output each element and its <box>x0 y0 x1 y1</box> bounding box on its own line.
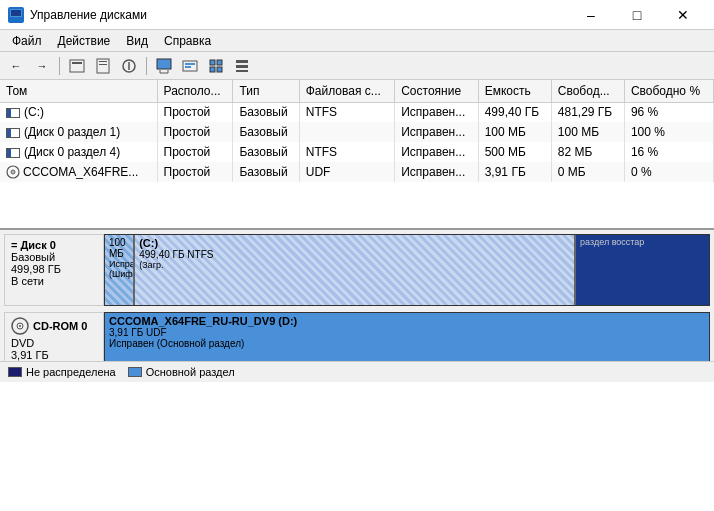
close-button[interactable]: ✕ <box>660 0 706 30</box>
disk0-status: В сети <box>11 275 97 287</box>
table-cell: Простой <box>157 162 233 182</box>
legend-box-primary <box>128 367 142 377</box>
table-cell: 3,91 ГБ <box>478 162 551 182</box>
toolbar-btn5[interactable] <box>178 55 202 77</box>
toolbar-sep1 <box>59 57 60 75</box>
table-row[interactable]: (C:)ПростойБазовыйNTFSИсправен...499,40 … <box>0 102 714 122</box>
disk-row-icon <box>6 145 24 159</box>
svg-rect-18 <box>210 67 215 72</box>
disk-panel: = Диск 0 Базовый 499,98 ГБ В сети 100 МБ… <box>0 230 714 511</box>
toolbar-back[interactable]: ← <box>4 55 28 77</box>
toolbar-btn1[interactable] <box>65 55 89 77</box>
toolbar: ← → <box>0 52 714 80</box>
table-cell: 499,40 ГБ <box>478 102 551 122</box>
disk0-name: = Диск 0 <box>11 239 97 251</box>
lower-panel: = Диск 0 Базовый 499,98 ГБ В сети 100 МБ… <box>0 230 714 382</box>
disk0-size: 499,98 ГБ <box>11 263 97 275</box>
menu-file[interactable]: Файл <box>4 30 50 51</box>
main-content: Том Располо... Тип Файловая с... Состоян… <box>0 80 714 511</box>
title-bar: Управление дисками – □ ✕ <box>0 0 714 30</box>
svg-rect-9 <box>157 59 171 69</box>
col-capacity: Емкость <box>478 80 551 102</box>
part1-size: 499,40 ГБ NTFS <box>139 249 570 260</box>
cdrom-size: 3,91 ГБ <box>11 349 97 361</box>
menu-view[interactable]: Вид <box>118 30 156 51</box>
toolbar-sep2 <box>146 57 147 75</box>
table-cell: Базовый <box>233 122 299 142</box>
legend: Не распределена Основной раздел <box>0 361 714 382</box>
svg-point-25 <box>12 172 14 174</box>
part0-size: 100 МБ <box>109 237 129 259</box>
title-bar-left: Управление дисками <box>8 7 147 23</box>
col-layout: Располо... <box>157 80 233 102</box>
toolbar-btn3[interactable] <box>117 55 141 77</box>
table-cell: 100 МБ <box>551 122 624 142</box>
part1-status: (Загр. <box>139 260 570 270</box>
cdrom-part-size: 3,91 ГБ UDF <box>109 327 705 338</box>
part0-status: Исправен (Шифрс <box>109 259 129 279</box>
svg-rect-17 <box>217 60 222 65</box>
svg-rect-14 <box>185 63 195 65</box>
table-cell <box>299 122 394 142</box>
svg-rect-22 <box>236 70 248 72</box>
table-cell: 0 % <box>624 162 713 182</box>
svg-rect-15 <box>185 66 191 68</box>
svg-rect-21 <box>236 65 248 68</box>
legend-primary: Основной раздел <box>128 366 235 378</box>
app-icon <box>8 7 24 23</box>
table-cell: 481,29 ГБ <box>551 102 624 122</box>
disk0-type: Базовый <box>11 251 97 263</box>
svg-rect-1 <box>11 10 21 16</box>
toolbar-btn4[interactable] <box>152 55 176 77</box>
table-cell: 82 МБ <box>551 142 624 162</box>
col-free-pct: Свободно % <box>624 80 713 102</box>
disk-table: Том Располо... Тип Файловая с... Состоян… <box>0 80 714 230</box>
toolbar-btn6[interactable] <box>204 55 228 77</box>
cdrom-part-status: Исправен (Основной раздел) <box>109 338 705 349</box>
table-cell: (Диск 0 раздел 1) <box>0 122 157 142</box>
disk-row-icon <box>6 125 24 139</box>
disk0-partition0[interactable]: 100 МБ Исправен (Шифрс <box>105 235 135 305</box>
table-cell: Исправен... <box>395 162 478 182</box>
svg-point-28 <box>19 325 21 327</box>
toolbar-btn2[interactable] <box>91 55 115 77</box>
table-cell: Исправен... <box>395 122 478 142</box>
svg-rect-16 <box>210 60 215 65</box>
table-cell: 96 % <box>624 102 713 122</box>
table-row[interactable]: CCCOMA_X64FRE...ПростойБазовыйUDFИсправе… <box>0 162 714 182</box>
disk0-row: = Диск 0 Базовый 499,98 ГБ В сети 100 МБ… <box>4 234 710 306</box>
table-cell: 16 % <box>624 142 713 162</box>
table-cell: UDF <box>299 162 394 182</box>
disk0-partition2[interactable]: раздел восстар <box>576 235 709 305</box>
col-type: Тип <box>233 80 299 102</box>
maximize-button[interactable]: □ <box>614 0 660 30</box>
table-cell: NTFS <box>299 102 394 122</box>
svg-rect-3 <box>72 62 82 64</box>
menu-bar: Файл Действие Вид Справка <box>0 30 714 52</box>
col-free: Свобод... <box>551 80 624 102</box>
table-cell: NTFS <box>299 142 394 162</box>
minimize-button[interactable]: – <box>568 0 614 30</box>
table-row[interactable]: (Диск 0 раздел 1)ПростойБазовыйИсправен.… <box>0 122 714 142</box>
table-cell: Исправен... <box>395 102 478 122</box>
col-status: Состояние <box>395 80 478 102</box>
disk-row-icon <box>6 105 24 119</box>
legend-box-unalloc <box>8 367 22 377</box>
table-cell: Простой <box>157 122 233 142</box>
cdrom-name: CD-ROM 0 <box>33 320 87 332</box>
menu-action[interactable]: Действие <box>50 30 119 51</box>
menu-help[interactable]: Справка <box>156 30 219 51</box>
table-row[interactable]: (Диск 0 раздел 4)ПростойБазовыйNTFSИспра… <box>0 142 714 162</box>
svg-rect-20 <box>236 60 248 63</box>
toolbar-btn7[interactable] <box>230 55 254 77</box>
toolbar-forward[interactable]: → <box>30 55 54 77</box>
window-controls: – □ ✕ <box>568 0 706 30</box>
table-cell: Исправен... <box>395 142 478 162</box>
table-cell: (Диск 0 раздел 4) <box>0 142 157 162</box>
part1-name: (C:) <box>139 237 570 249</box>
cdrom-part-name: CCCOMA_X64FRE_RU-RU_DV9 (D:) <box>109 315 705 327</box>
col-volume: Том <box>0 80 157 102</box>
disk0-partition1[interactable]: (C:) 499,40 ГБ NTFS (Загр. <box>135 235 576 305</box>
col-fs: Файловая с... <box>299 80 394 102</box>
disk0-label: = Диск 0 Базовый 499,98 ГБ В сети <box>4 234 104 306</box>
